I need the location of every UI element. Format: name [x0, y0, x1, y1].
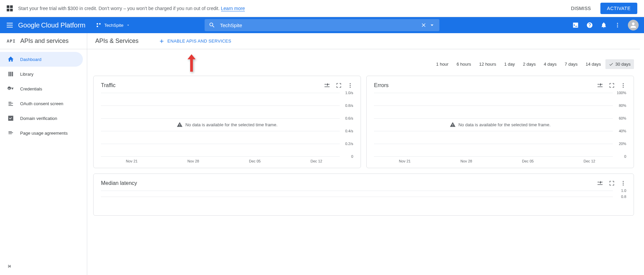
- chart-body: 1.00.8: [101, 191, 626, 211]
- person-icon: [629, 21, 637, 29]
- svg-point-1: [99, 23, 101, 25]
- promo-text: Start your free trial with $300 in credi…: [18, 6, 561, 11]
- x-tick: Nov 28: [187, 159, 199, 163]
- activate-button[interactable]: ACTIVATE: [600, 3, 637, 14]
- y-tick: 0.8: [614, 195, 626, 199]
- svg-point-13: [623, 183, 624, 184]
- fullscreen-icon[interactable]: [609, 180, 615, 186]
- cloud-shell-icon[interactable]: [572, 22, 579, 28]
- page-header: APIs & Services ENABLE APIS AND SERVICES: [87, 33, 640, 49]
- no-data-message: No data is available for the selected ti…: [177, 122, 278, 128]
- svg-point-6: [350, 83, 351, 84]
- time-range-option[interactable]: 7 days: [561, 59, 581, 69]
- x-axis: Nov 21Nov 28Dec 05Dec 12: [94, 156, 361, 163]
- svg-point-8: [350, 87, 351, 88]
- verified-icon: [7, 115, 14, 122]
- sidebar-item-agreements[interactable]: Page usage agreements: [0, 126, 87, 140]
- time-range-option[interactable]: 1 hour: [433, 59, 452, 69]
- sidebar-item-label: Credentials: [20, 86, 42, 91]
- y-tick: 1.0/s: [341, 91, 353, 95]
- x-axis: Nov 21Nov 28Dec 05Dec 12: [367, 156, 634, 163]
- search-icon: [209, 22, 215, 28]
- x-tick: Nov 21: [399, 159, 411, 163]
- search-bar[interactable]: [205, 19, 439, 31]
- check-icon: [609, 62, 613, 67]
- time-range-option[interactable]: 4 days: [540, 59, 560, 69]
- time-range-option[interactable]: 6 hours: [453, 59, 474, 69]
- sidebar-item-label: Library: [20, 72, 34, 77]
- sidebar-item-library[interactable]: Library: [0, 67, 87, 81]
- time-range-option[interactable]: 12 hours: [476, 59, 500, 69]
- chevron-down-icon: [126, 23, 130, 27]
- sidebar-item-label: Domain verification: [20, 116, 57, 121]
- time-range-option[interactable]: 14 days: [582, 59, 604, 69]
- chart-title: Median latency: [101, 180, 591, 186]
- svg-point-7: [350, 85, 351, 86]
- sidebar-item-label: Dashboard: [20, 57, 42, 62]
- y-tick: 20%: [614, 142, 626, 146]
- sidebar-item-label: OAuth consent screen: [20, 101, 63, 106]
- svg-point-9: [623, 83, 624, 84]
- x-tick: Dec 05: [249, 159, 261, 163]
- time-range-option[interactable]: 1 day: [501, 59, 518, 69]
- agreements-icon: [7, 130, 14, 136]
- enable-apis-label: ENABLE APIS AND SERVICES: [167, 39, 231, 44]
- time-range-option[interactable]: 30 days: [605, 59, 634, 69]
- y-tick: 0: [341, 154, 353, 158]
- fullscreen-icon[interactable]: [336, 82, 342, 88]
- y-tick: 0: [614, 154, 626, 158]
- chart-card: Median latency 1.00.8: [93, 174, 634, 216]
- time-range-option[interactable]: 2 days: [520, 59, 539, 69]
- gift-icon: [7, 5, 13, 11]
- sidebar-item-oauth[interactable]: OAuth consent screen: [0, 96, 87, 111]
- y-tick: 80%: [614, 104, 626, 108]
- svg-point-5: [617, 26, 618, 27]
- legend-toggle-icon[interactable]: [324, 82, 330, 89]
- collapse-sidebar[interactable]: [0, 259, 87, 275]
- search-input[interactable]: [220, 22, 419, 28]
- dismiss-button[interactable]: DISMISS: [567, 3, 595, 14]
- logo[interactable]: Google Cloud Platform: [18, 21, 86, 29]
- more-vert-icon[interactable]: [614, 22, 621, 28]
- sidebar: API APIs and services Dashboard Library …: [0, 33, 87, 275]
- svg-point-2: [97, 26, 98, 27]
- more-vert-icon[interactable]: [347, 82, 353, 88]
- y-tick: 60%: [614, 116, 626, 120]
- sidebar-nav: Dashboard Library Credentials OAuth cons…: [0, 52, 87, 259]
- content-area: APIs & Services ENABLE APIS AND SERVICES…: [87, 33, 644, 275]
- hamburger-menu-icon[interactable]: [5, 21, 14, 29]
- svg-point-3: [617, 23, 618, 24]
- sidebar-item-credentials[interactable]: Credentials: [0, 81, 87, 96]
- account-avatar[interactable]: [628, 20, 639, 30]
- key-icon: [7, 85, 14, 92]
- sidebar-item-domain[interactable]: Domain verification: [0, 111, 87, 126]
- svg-point-0: [97, 23, 98, 25]
- more-vert-icon[interactable]: [620, 82, 626, 88]
- warning-icon: [450, 122, 456, 128]
- svg-point-10: [623, 85, 624, 86]
- library-icon: [7, 71, 14, 77]
- x-tick: Nov 21: [126, 159, 138, 163]
- enable-apis-button[interactable]: ENABLE APIS AND SERVICES: [159, 38, 231, 44]
- warning-icon: [177, 122, 183, 128]
- legend-toggle-icon[interactable]: [597, 180, 603, 187]
- fullscreen-icon[interactable]: [609, 82, 615, 88]
- x-tick: Dec 12: [584, 159, 595, 163]
- clear-icon[interactable]: [421, 22, 427, 28]
- more-vert-icon[interactable]: [620, 180, 626, 186]
- sidebar-item-dashboard[interactable]: Dashboard: [0, 52, 83, 67]
- x-tick: Dec 12: [311, 159, 322, 163]
- logo-bold: Google: [18, 21, 40, 29]
- legend-toggle-icon[interactable]: [597, 82, 603, 89]
- no-data-message: No data is available for the selected ti…: [450, 122, 551, 128]
- project-picker[interactable]: TechSpite: [92, 20, 133, 30]
- plus-icon: [159, 38, 165, 44]
- y-tick: 40%: [614, 129, 626, 133]
- help-icon[interactable]: [586, 22, 593, 28]
- chevron-down-icon[interactable]: [429, 22, 435, 28]
- notifications-icon[interactable]: [600, 22, 607, 28]
- learn-more-link[interactable]: Learn more: [221, 6, 245, 11]
- chevron-left-icon: [7, 263, 13, 269]
- svg-point-12: [623, 181, 624, 182]
- chart-body: 1.0/s0.8/s0.6/s0.4/s0.2/s0No data is ava…: [101, 93, 353, 156]
